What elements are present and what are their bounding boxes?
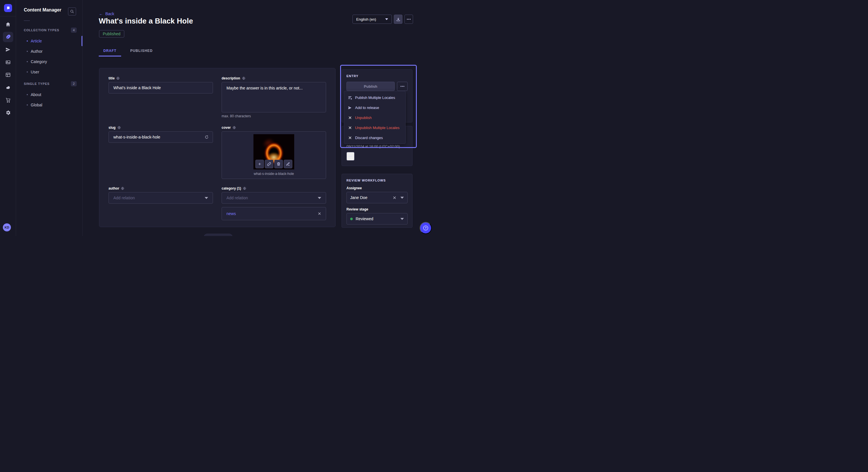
header-more-button[interactable]	[404, 14, 413, 24]
slug-input-value: what-s-inside-a-black-hole	[113, 135, 160, 139]
sidebar-item-category[interactable]: Category	[16, 57, 82, 67]
search-button[interactable]	[68, 7, 76, 15]
menu-item-label: Discard changes	[355, 136, 383, 140]
menu-item-unpublish-multiple-locales[interactable]: Unpublish Multiple Locales	[344, 123, 405, 133]
paper-plane-icon	[348, 106, 352, 110]
menu-item-label: Unpublish Multiple Locales	[355, 126, 400, 130]
cover-field-label: cover	[222, 126, 231, 130]
category-relation-combobox[interactable]: Add relation	[222, 192, 326, 204]
menu-item-label: Publish Multiple Locales	[355, 96, 395, 100]
review-workflows-panel: REVIEW WORKFLOWS Assignee Jane Doe Revie…	[342, 174, 412, 228]
globe-icon	[232, 126, 236, 129]
description-value: Maybe the answer is in this article, or …	[226, 86, 303, 90]
description-textarea[interactable]: Maybe the answer is in this article, or …	[222, 82, 326, 112]
collection-types-count-badge: 4	[71, 28, 76, 33]
download-button[interactable]	[394, 14, 402, 24]
review-stage-value: Reviewed	[355, 216, 373, 221]
chevron-down-icon	[318, 197, 321, 199]
category-relation-item: news	[222, 207, 326, 220]
close-icon	[318, 212, 321, 215]
locale-value: English (en)	[356, 17, 376, 22]
feather-icon[interactable]	[3, 32, 13, 42]
category-tag-news[interactable]: news	[226, 211, 236, 216]
publish-row: Publish	[346, 82, 408, 91]
images-icon[interactable]	[3, 57, 13, 67]
edit-media-button[interactable]	[284, 160, 292, 168]
title-input[interactable]: What's inside a Black Hole	[108, 82, 213, 94]
cover-filename: what-s-inside-a-black-hole	[222, 172, 326, 176]
status-badge: Published	[99, 30, 124, 38]
publish-button[interactable]: Publish	[346, 82, 395, 91]
user-avatar[interactable]: KD	[3, 224, 11, 231]
globe-icon	[242, 76, 245, 80]
download-icon	[396, 17, 400, 22]
menu-item-label: Add to release	[355, 105, 379, 110]
sidebar-item-label: Author	[31, 49, 42, 54]
details-more-button[interactable]	[346, 152, 354, 161]
help-button[interactable]: ?	[420, 222, 432, 234]
cart-icon[interactable]	[3, 95, 13, 105]
category-placeholder: Add relation	[226, 196, 248, 200]
svg-text:?: ?	[425, 227, 427, 230]
menu-item-publish-multiple-locales[interactable]: Publish Multiple Locales	[344, 93, 405, 103]
cloud-icon[interactable]	[3, 82, 13, 93]
entry-more-button[interactable]	[397, 82, 408, 91]
paper-plane-icon[interactable]	[3, 44, 13, 55]
field-category: category (1) Add relation news	[222, 187, 326, 220]
layout-icon[interactable]	[3, 70, 13, 80]
published-date: 09/11/2024 at 16:00 (UTC+02:00)	[346, 144, 400, 148]
title-input-value: What's inside a Black Hole	[113, 86, 161, 90]
home-icon[interactable]	[3, 19, 13, 30]
gear-icon[interactable]	[3, 107, 13, 118]
copy-link-button[interactable]	[265, 160, 274, 168]
cover-actions	[255, 160, 292, 168]
add-media-button[interactable]	[255, 160, 264, 168]
menu-item-add-to-release[interactable]: Add to release	[344, 103, 405, 113]
sidebar-item-label: Article	[31, 39, 42, 43]
strapi-logo[interactable]	[4, 4, 12, 12]
bullet-icon	[27, 104, 28, 105]
sidebar-item-article[interactable]: Article	[16, 36, 82, 46]
entry-heading: ENTRY	[346, 74, 408, 78]
review-stage-combobox[interactable]: Reviewed	[346, 213, 408, 225]
author-relation-combobox[interactable]: Add relation	[108, 192, 213, 204]
strapi-logo-icon	[5, 5, 11, 11]
author-field-label: author	[108, 187, 119, 191]
clear-assignee-icon[interactable]	[393, 196, 396, 200]
chevron-down-icon	[400, 218, 404, 220]
tab-draft[interactable]: DRAFT	[99, 46, 121, 57]
author-placeholder: Add relation	[113, 196, 135, 200]
sidebar-divider	[24, 20, 30, 21]
arrow-left-icon: ←	[99, 11, 103, 16]
single-types-count-badge: 2	[71, 81, 76, 86]
review-workflows-heading: REVIEW WORKFLOWS	[346, 179, 408, 182]
slug-input[interactable]: what-s-inside-a-black-hole	[108, 131, 213, 143]
locale-select[interactable]: English (en)	[352, 14, 392, 24]
menu-item-unpublish[interactable]: Unpublish	[344, 113, 405, 123]
chevron-down-icon	[400, 197, 404, 199]
description-hint: max. 80 characters	[222, 114, 326, 118]
collection-types-header: COLLECTION TYPES 4	[16, 28, 82, 33]
ellipsis-icon	[349, 156, 352, 157]
sidebar-item-about[interactable]: About	[16, 90, 82, 100]
sidebar-item-author[interactable]: Author	[16, 46, 82, 57]
edit-form-panel: title What's inside a Black Hole descrip…	[99, 68, 336, 227]
list-plus-icon	[348, 96, 352, 100]
assignee-combobox[interactable]: Jane Doe	[346, 192, 408, 203]
delete-media-button[interactable]	[274, 160, 283, 168]
plus-icon	[258, 162, 262, 166]
back-label: Back	[105, 11, 114, 16]
stage-status-dot	[350, 217, 353, 220]
sidebar-item-user[interactable]: User	[16, 67, 82, 77]
menu-item-discard-changes[interactable]: Discard changes	[344, 133, 405, 143]
remove-relation-button[interactable]	[318, 212, 321, 215]
back-link[interactable]: ← Back	[99, 11, 114, 16]
content-manager-sidebar: Content Manager COLLECTION TYPES 4 Artic…	[16, 0, 83, 236]
regenerate-slug-icon[interactable]	[204, 134, 210, 140]
cross-icon	[348, 126, 352, 130]
tab-published[interactable]: PUBLISHED	[126, 46, 157, 57]
chevron-down-icon	[205, 197, 208, 199]
sidebar-item-label: User	[31, 70, 39, 74]
sidebar-item-global[interactable]: Global	[16, 100, 82, 110]
sidebar-title: Content Manager	[24, 7, 61, 12]
